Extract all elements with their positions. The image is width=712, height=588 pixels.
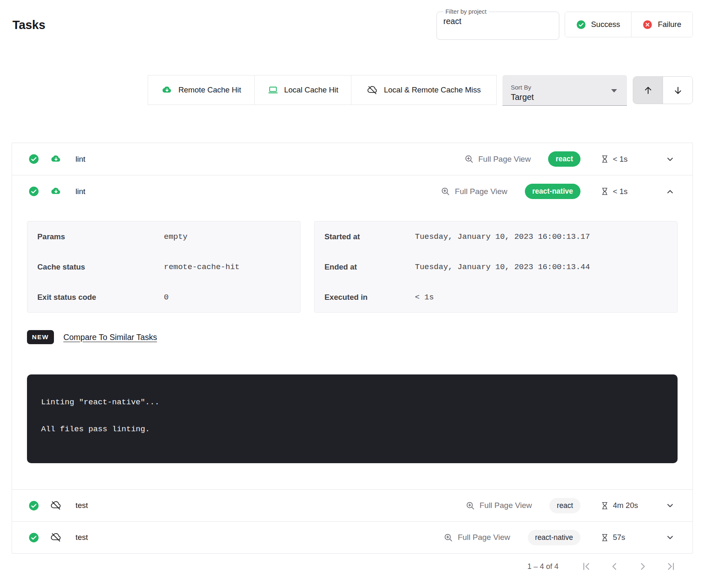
task-row-meta: Full Page View react-native < 1s bbox=[441, 184, 675, 199]
failure-filter-button[interactable]: Failure bbox=[631, 12, 692, 37]
full-page-view-button[interactable]: Full Page View bbox=[466, 501, 532, 510]
task-row-test-react-native[interactable]: test Full Page View react-native 57s bbox=[12, 521, 692, 553]
success-filter-label: Success bbox=[591, 20, 620, 29]
first-page-button[interactable] bbox=[581, 561, 592, 572]
task-row-lint-react-native-expanded: lint Full Page View react-native < 1s bbox=[12, 175, 692, 489]
zoom-in-icon bbox=[441, 187, 450, 196]
project-badge: react bbox=[549, 498, 580, 513]
laptop-icon bbox=[268, 85, 278, 95]
params-label: Params bbox=[37, 232, 164, 241]
chevron-down-icon bbox=[665, 501, 675, 510]
project-badge: react bbox=[548, 151, 580, 167]
exit-code-label: Exit status code bbox=[37, 293, 164, 302]
caret-down-icon bbox=[611, 89, 617, 92]
sort-by-label: Sort By bbox=[511, 84, 619, 91]
compare-to-similar-tasks-link[interactable]: Compare To Similar Tasks bbox=[63, 333, 157, 342]
cloud-slash-icon bbox=[50, 532, 62, 543]
collapse-row-button[interactable] bbox=[665, 187, 675, 197]
started-at-value: Tuesday, January 10, 2023 16:00:13.17 bbox=[415, 232, 590, 241]
task-details: Params empty Cache status remote-cache-h… bbox=[12, 207, 692, 489]
project-filter-field: Filter by project bbox=[436, 8, 559, 40]
full-page-view-label: Full Page View bbox=[455, 187, 507, 196]
local-cache-hit-label: Local Cache Hit bbox=[284, 85, 339, 95]
sort-descending-button[interactable] bbox=[663, 77, 692, 104]
expand-row-button[interactable] bbox=[665, 154, 675, 164]
pagination-range-label: 1 – 4 of 4 bbox=[527, 562, 558, 571]
task-duration-value: < 1s bbox=[613, 187, 627, 196]
sort-direction-group bbox=[633, 76, 693, 104]
ended-at-label: Ended at bbox=[324, 262, 415, 272]
hourglass-icon bbox=[600, 501, 609, 510]
task-duration-value: 4m 20s bbox=[613, 501, 638, 510]
detail-row-cache-status: Cache status remote-cache-hit bbox=[37, 252, 300, 282]
task-timing-panel: Started at Tuesday, January 10, 2023 16:… bbox=[314, 221, 678, 313]
executed-in-label: Executed in bbox=[324, 293, 415, 302]
project-filter-label: Filter by project bbox=[444, 8, 489, 15]
new-badge: NEW bbox=[27, 330, 54, 344]
detail-row-ended-at: Ended at Tuesday, January 10, 2023 16:00… bbox=[324, 252, 677, 282]
task-name: test bbox=[76, 501, 88, 510]
full-page-view-button[interactable]: Full Page View bbox=[444, 533, 510, 542]
chevron-up-icon bbox=[665, 187, 675, 197]
terminal-line: All files pass linting. bbox=[41, 425, 665, 434]
task-row-lint-react[interactable]: lint Full Page View react < 1s bbox=[12, 143, 692, 175]
sort-by-select[interactable]: Sort By Target bbox=[502, 75, 627, 106]
cache-filter-toolbar: Remote Cache Hit Local Cache Hit Local &… bbox=[148, 75, 693, 106]
last-page-button[interactable] bbox=[666, 561, 676, 572]
next-page-icon bbox=[637, 561, 648, 572]
terminal-line: Linting "react-native"... bbox=[41, 398, 665, 407]
arrow-down-icon bbox=[673, 85, 683, 95]
detail-row-params: Params empty bbox=[37, 221, 300, 252]
failure-filter-label: Failure bbox=[658, 20, 681, 29]
detail-row-started-at: Started at Tuesday, January 10, 2023 16:… bbox=[324, 221, 677, 252]
top-bar-controls: Filter by project Success Failure bbox=[436, 8, 693, 40]
task-params-panel: Params empty Cache status remote-cache-h… bbox=[27, 221, 301, 313]
task-row-test-react[interactable]: test Full Page View react 4m 20s bbox=[12, 489, 692, 521]
remote-cache-hit-filter-button[interactable]: Remote Cache Hit bbox=[148, 75, 255, 105]
check-circle-icon bbox=[29, 501, 39, 511]
task-list: lint Full Page View react < 1s bbox=[12, 143, 693, 554]
ended-at-value: Tuesday, January 10, 2023 16:00:13.44 bbox=[415, 262, 590, 272]
chevron-down-icon bbox=[665, 532, 675, 542]
full-page-view-button[interactable]: Full Page View bbox=[464, 154, 531, 164]
local-cache-hit-filter-button[interactable]: Local Cache Hit bbox=[255, 75, 351, 105]
previous-page-button[interactable] bbox=[609, 561, 620, 572]
hourglass-icon bbox=[600, 533, 609, 542]
arrow-up-icon bbox=[643, 85, 653, 95]
full-page-view-label: Full Page View bbox=[458, 533, 510, 542]
check-circle-icon bbox=[576, 20, 586, 29]
task-duration: < 1s bbox=[600, 155, 650, 164]
sort-ascending-button[interactable] bbox=[633, 77, 663, 104]
detail-row-executed-in: Executed in < 1s bbox=[324, 282, 677, 312]
task-duration-value: 57s bbox=[613, 533, 625, 542]
task-row-meta: Full Page View react < 1s bbox=[464, 151, 675, 167]
cache-miss-filter-button[interactable]: Local & Remote Cache Miss bbox=[351, 75, 497, 105]
expand-row-button[interactable] bbox=[665, 501, 675, 510]
success-filter-button[interactable]: Success bbox=[565, 12, 632, 37]
previous-page-icon bbox=[609, 561, 620, 572]
check-circle-icon bbox=[29, 186, 39, 197]
cache-status-value: remote-cache-hit bbox=[164, 262, 239, 272]
full-page-view-button[interactable]: Full Page View bbox=[441, 187, 507, 196]
cloud-download-icon bbox=[161, 85, 173, 96]
task-duration: < 1s bbox=[600, 187, 650, 196]
full-page-view-label: Full Page View bbox=[480, 501, 532, 510]
hourglass-icon bbox=[600, 155, 609, 163]
executed-in-value: < 1s bbox=[415, 293, 434, 302]
project-filter-input[interactable] bbox=[444, 15, 552, 26]
expand-row-button[interactable] bbox=[665, 532, 675, 542]
project-badge: react-native bbox=[528, 530, 580, 545]
task-row-meta: Full Page View react-native 57s bbox=[444, 530, 675, 545]
zoom-in-icon bbox=[444, 533, 453, 542]
task-row-lint-react-native[interactable]: lint Full Page View react-native < 1s bbox=[12, 175, 692, 207]
started-at-label: Started at bbox=[324, 232, 415, 241]
cloud-download-icon bbox=[50, 186, 62, 197]
cloud-download-icon bbox=[50, 153, 62, 165]
check-circle-icon bbox=[29, 532, 39, 543]
task-name: lint bbox=[76, 187, 85, 196]
next-page-button[interactable] bbox=[637, 561, 648, 572]
check-circle-icon bbox=[29, 154, 39, 164]
task-duration: 57s bbox=[600, 533, 650, 542]
exit-code-value: 0 bbox=[164, 293, 168, 302]
page-title: Tasks bbox=[12, 18, 45, 40]
